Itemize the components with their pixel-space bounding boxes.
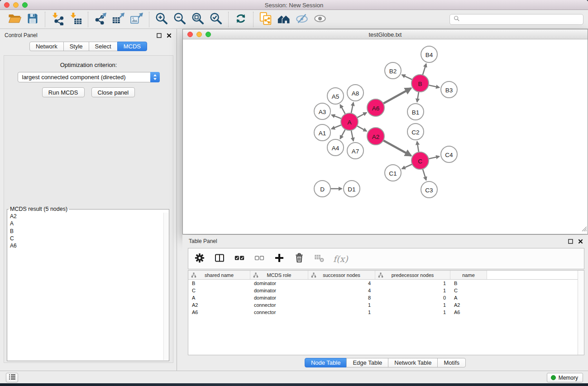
graph-node-A4[interactable]: A4 (327, 139, 344, 156)
graph-node-C3[interactable]: C3 (421, 181, 437, 198)
graph-node-C2[interactable]: C2 (407, 124, 424, 140)
column-header-successor-nodes[interactable]: successor nodes (308, 271, 375, 279)
import-network-button[interactable] (48, 12, 67, 27)
column-header-predecessor-nodes[interactable]: predecessor nodes (375, 271, 450, 279)
zoom-selected-button[interactable] (207, 12, 225, 27)
table-panel: Table Panel f(x) shared nameMCDS rolesuc… (182, 235, 588, 371)
home-button[interactable] (275, 12, 293, 27)
float-panel-button[interactable] (156, 33, 162, 38)
toolbar-separator (253, 12, 253, 27)
deselect-all-rows-button[interactable] (253, 252, 266, 266)
cell-shared-name: A6 (188, 310, 250, 315)
tab-motifs[interactable]: Motifs (437, 358, 466, 367)
open-session-button[interactable] (5, 12, 24, 27)
mcds-result-item-a6[interactable]: A6 (10, 242, 169, 249)
run-mcds-button[interactable]: Run MCDS (42, 87, 85, 97)
delete-table-button-disabled (312, 252, 326, 266)
graph-node-A6[interactable]: A6 (367, 99, 384, 116)
graph-node-D[interactable]: D (314, 181, 330, 197)
resize-grip[interactable] (581, 225, 587, 234)
import-table-button[interactable] (67, 12, 85, 27)
table-row-b[interactable]: Bdominator41B (188, 280, 584, 287)
memory-button[interactable]: Memory (547, 373, 583, 382)
plus-icon (274, 253, 285, 265)
mcds-result-item-b[interactable]: B (10, 228, 169, 235)
save-session-button[interactable] (24, 12, 42, 27)
column-header-MCDS-role[interactable]: MCDS role (250, 271, 308, 279)
graph-node-B2[interactable]: B2 (385, 62, 401, 79)
table-row-a2[interactable]: A2connector11A2 (188, 301, 584, 309)
close-table-panel-button[interactable] (578, 238, 583, 244)
table-row-c[interactable]: Cdominator41C (188, 287, 584, 294)
graph-node-A8[interactable]: A8 (347, 85, 363, 101)
export-image-button[interactable] (128, 12, 146, 27)
graph-node-A7[interactable]: A7 (347, 143, 363, 159)
table-scrollbar[interactable] (578, 271, 584, 355)
graph-node-B4[interactable]: B4 (421, 46, 437, 62)
show-hide-details-button[interactable] (293, 12, 311, 27)
graph-node-A5[interactable]: A5 (327, 88, 344, 104)
column-header-shared-name[interactable]: shared name (188, 271, 250, 279)
zoom-fit-button[interactable] (189, 12, 207, 27)
graph-node-B3[interactable]: B3 (441, 81, 457, 98)
cell-successor-nodes: 4 (308, 288, 375, 293)
mcds-result-item-a2[interactable]: A2 (10, 213, 169, 220)
column-header-label: name (462, 272, 475, 278)
tab-network-table[interactable]: Network Table (388, 358, 438, 367)
column-visibility-button[interactable] (213, 252, 226, 266)
delete-columns-button[interactable] (292, 252, 306, 266)
graph-node-B1[interactable]: B1 (407, 104, 424, 120)
graph-node-label: C (418, 158, 422, 165)
zoom-out-icon (173, 12, 186, 27)
cell-name: C (450, 288, 487, 293)
mcds-result-item-a[interactable]: A (10, 220, 169, 227)
graph-node-label: C1 (389, 170, 397, 177)
tab-node-table[interactable]: Node Table (305, 358, 347, 367)
float-table-panel-button[interactable] (568, 238, 574, 244)
table-options-button[interactable] (193, 252, 206, 266)
table-row-a6[interactable]: A6connector11A6 (188, 309, 584, 316)
search-icon (454, 15, 460, 24)
graph-node-A3[interactable]: A3 (314, 103, 330, 119)
export-network-button[interactable] (91, 12, 110, 27)
tab-select[interactable]: Select (89, 42, 118, 51)
tab-style[interactable]: Style (63, 42, 89, 51)
control-panel-title: Control Panel (5, 32, 38, 38)
tab-mcds[interactable]: MCDS (117, 42, 147, 51)
graph-node-A[interactable]: A (341, 113, 358, 130)
toolbar-separator (45, 12, 45, 27)
graph-node-C1[interactable]: C1 (385, 165, 401, 181)
network-canvas[interactable]: AA1A2A3A4A5A6A7A8BB1B2B3B4CC1C2C3C4DD1 (183, 39, 588, 234)
export-table-button[interactable] (110, 12, 128, 27)
graph-node-B[interactable]: B (411, 75, 429, 92)
column-header-name[interactable]: name (450, 271, 487, 279)
refresh-layout-button[interactable] (232, 12, 250, 27)
graph-node-C[interactable]: C (411, 152, 429, 169)
network-overview-button[interactable] (257, 12, 275, 27)
zoom-out-button[interactable] (171, 12, 189, 27)
graph-node-label: B3 (445, 87, 453, 94)
graph-node-A2[interactable]: A2 (367, 128, 384, 145)
close-panel-button[interactable] (166, 33, 172, 38)
tab-edge-table[interactable]: Edge Table (346, 358, 388, 367)
mcds-result-item-c[interactable]: C (10, 235, 169, 242)
tab-network[interactable]: Network (29, 42, 64, 51)
task-history-button[interactable] (6, 373, 18, 382)
close-panel-button-mcds[interactable]: Close panel (91, 87, 135, 97)
add-column-button[interactable] (272, 252, 286, 266)
search-input[interactable] (462, 16, 579, 23)
select-all-rows-button[interactable] (233, 252, 246, 266)
graph-node-A1[interactable]: A1 (314, 124, 330, 141)
graph-node-D1[interactable]: D1 (344, 181, 360, 197)
result-scrollbar[interactable] (163, 213, 168, 360)
graph-node-C4[interactable]: C4 (441, 146, 457, 162)
titlebar: Session: New Session (0, 0, 588, 10)
criterion-select[interactable]: largest connected component (directed) (18, 72, 160, 82)
mcds-result-list: A2ABCA6 (7, 212, 169, 249)
cell-name: A2 (450, 302, 487, 308)
birds-eye-view-button[interactable] (311, 12, 329, 27)
window-title: Session: New Session (0, 2, 588, 9)
table-row-a[interactable]: Adominator80A (188, 294, 584, 301)
zoom-in-button[interactable] (153, 12, 171, 27)
graph-node-label: A7 (352, 148, 359, 155)
